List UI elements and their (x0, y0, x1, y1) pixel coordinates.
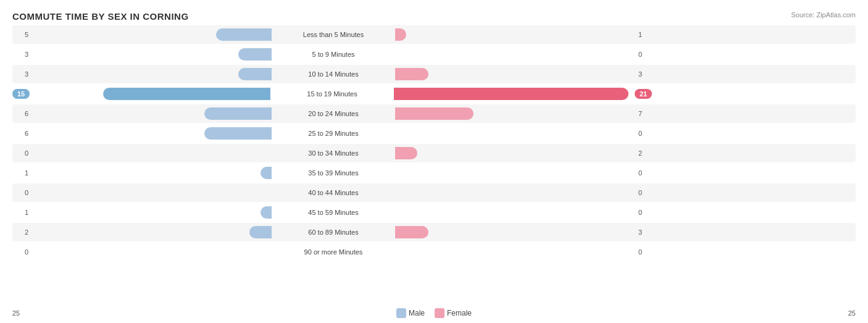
male-bar (261, 167, 272, 179)
chart-area: 5 Less than 5 Minutes 1 3 5 to 9 Minutes… (12, 25, 856, 285)
right-bar-area (395, 187, 636, 199)
right-value: 0 (636, 130, 657, 137)
female-bar (395, 226, 428, 238)
row-label: 5 to 9 Minutes (272, 51, 395, 58)
axis-label-right: 25 (848, 309, 856, 317)
male-bar (238, 68, 272, 80)
left-bar-area (31, 68, 272, 80)
chart-row: 6 25 to 29 Minutes 0 (12, 124, 856, 143)
female-swatch (435, 308, 444, 318)
left-value: 5 (12, 31, 31, 38)
right-bar-area (395, 167, 636, 179)
row-label: Less than 5 Minutes (272, 31, 395, 38)
left-value: 3 (12, 70, 31, 78)
right-value: 0 (636, 169, 657, 177)
left-value: 1 (12, 169, 31, 177)
female-bar (395, 28, 406, 41)
left-bar-area (31, 147, 272, 159)
chart-row: 1 45 to 59 Minutes 0 (12, 203, 856, 222)
right-value: 21 (635, 89, 652, 99)
left-value: 1 (12, 209, 31, 216)
right-value: 3 (636, 70, 657, 78)
left-bar-area (31, 28, 272, 41)
source-label: Source: ZipAtlas.com (791, 11, 856, 19)
row-label: 45 to 59 Minutes (272, 209, 395, 216)
left-value: 3 (12, 51, 31, 58)
chart-row: 5 Less than 5 Minutes 1 (12, 25, 856, 44)
row-label: 30 to 34 Minutes (272, 149, 395, 157)
male-bar (261, 206, 272, 219)
chart-row: 1 35 to 39 Minutes 0 (12, 164, 856, 182)
right-bar-area (395, 107, 636, 120)
left-bar-area (31, 187, 272, 199)
row-label: 25 to 29 Minutes (272, 130, 395, 137)
right-value: 0 (636, 189, 657, 196)
left-value: 6 (12, 130, 31, 137)
left-value: 0 (12, 248, 31, 256)
left-value: 0 (12, 189, 31, 196)
right-bar-area (395, 206, 636, 219)
row-label: 40 to 44 Minutes (272, 189, 395, 196)
row-label: 15 to 19 Minutes (270, 90, 394, 98)
row-label: 10 to 14 Minutes (272, 70, 395, 78)
chart-row: 0 90 or more Minutes 0 (12, 243, 856, 261)
chart-container: COMMUTE TIME BY SEX IN CORNING Source: Z… (0, 0, 868, 323)
left-bar-area (31, 48, 272, 61)
left-bar-area (31, 206, 272, 219)
right-bar-area (395, 127, 636, 140)
chart-row: 2 60 to 89 Minutes 3 (12, 223, 856, 241)
chart-row: 0 40 to 44 Minutes 0 (12, 183, 856, 202)
right-bar-area (395, 147, 636, 159)
female-bar (394, 88, 628, 100)
male-bar (238, 48, 272, 61)
legend-male: Male (396, 308, 425, 318)
male-bar (204, 107, 272, 120)
right-value: 1 (636, 31, 657, 38)
female-bar (395, 147, 417, 159)
right-bar-area (395, 68, 636, 80)
left-value: 6 (12, 110, 31, 117)
female-bar (395, 68, 428, 80)
right-value: 0 (636, 51, 657, 58)
chart-row: 15 15 to 19 Minutes 21 (12, 85, 856, 103)
right-bar-area (395, 28, 636, 41)
male-bar (216, 28, 272, 41)
left-bar-area (30, 88, 270, 100)
right-bar-area (395, 226, 636, 238)
left-value: 2 (12, 229, 31, 236)
bottom-area: 25 Male Female 25 (0, 308, 868, 318)
male-label: Male (409, 309, 425, 317)
right-value: 0 (636, 209, 657, 216)
left-bar-area (31, 127, 272, 140)
left-bar-area (31, 167, 272, 179)
right-value: 0 (636, 248, 657, 256)
female-label: Female (447, 309, 472, 317)
right-value: 7 (636, 110, 657, 117)
left-bar-area (31, 246, 272, 258)
left-value: 0 (12, 149, 31, 157)
female-bar (395, 107, 474, 120)
chart-title: COMMUTE TIME BY SEX IN CORNING (12, 11, 856, 22)
row-label: 60 to 89 Minutes (272, 229, 395, 236)
chart-row: 6 20 to 24 Minutes 7 (12, 104, 856, 123)
right-value: 2 (636, 149, 657, 157)
left-bar-area (31, 226, 272, 238)
legend-female: Female (435, 308, 472, 318)
left-value: 15 (12, 89, 30, 99)
legend: Male Female (396, 308, 472, 318)
male-bar (204, 127, 272, 140)
axis-label-left: 25 (12, 309, 20, 317)
chart-row: 3 5 to 9 Minutes 0 (12, 45, 856, 64)
row-label: 20 to 24 Minutes (272, 110, 395, 117)
right-bar-area (395, 48, 636, 61)
right-bar-area (395, 246, 636, 258)
right-bar-area (394, 88, 635, 100)
male-bar (249, 226, 272, 238)
right-value: 3 (636, 229, 657, 236)
row-label: 35 to 39 Minutes (272, 169, 395, 177)
male-bar (103, 88, 270, 100)
left-bar-area (31, 107, 272, 120)
male-swatch (396, 308, 406, 318)
chart-row: 0 30 to 34 Minutes 2 (12, 144, 856, 162)
chart-row: 3 10 to 14 Minutes 3 (12, 65, 856, 83)
